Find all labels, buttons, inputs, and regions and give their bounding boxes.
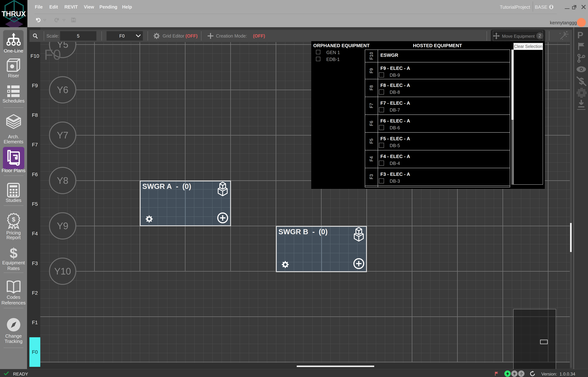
svg-text:$: $ — [12, 216, 15, 223]
svg-text:THRUX: THRUX — [2, 10, 26, 18]
svg-text:$: $ — [10, 245, 17, 260]
